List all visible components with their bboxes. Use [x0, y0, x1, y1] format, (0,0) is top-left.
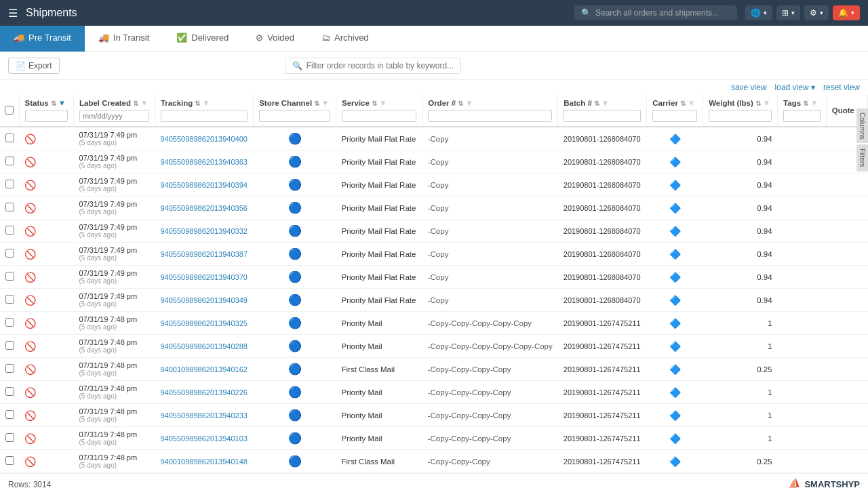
store-channel-cell: 🔵: [254, 381, 336, 404]
error-icon: 🚫: [24, 157, 36, 167]
row-checkbox[interactable]: [5, 249, 14, 258]
row-checkbox[interactable]: [5, 387, 14, 396]
filter-icon[interactable]: ▼: [379, 99, 387, 107]
filter-icon[interactable]: ▼: [465, 99, 473, 107]
tab-delivered[interactable]: ✅ Delivered: [163, 26, 242, 52]
save-view-link[interactable]: save view: [731, 83, 767, 92]
service-cell: Priority Mail Flat Rate: [336, 266, 422, 289]
row-checkbox[interactable]: [5, 295, 14, 304]
label-created-cell: 07/31/19 7:49 pm (5 days ago): [73, 174, 155, 197]
settings-button[interactable]: ⚙ ▾: [804, 5, 829, 20]
weight-filter-input[interactable]: [709, 110, 772, 122]
sort-icon: ⇅: [372, 100, 377, 107]
store-icon: 🔵: [288, 317, 302, 329]
store-channel-filter-input[interactable]: [259, 110, 330, 122]
tags-filter-input[interactable]: [783, 110, 821, 122]
row-checkbox[interactable]: [5, 226, 14, 235]
order-num-cell: -Copy: [422, 220, 558, 243]
reset-view-link[interactable]: reset view: [823, 83, 860, 92]
row-checkbox[interactable]: [5, 410, 14, 419]
error-icon: 🚫: [24, 410, 36, 421]
batch-num-cell: 20190801-1267475211: [558, 404, 647, 427]
filter-input[interactable]: [307, 61, 454, 70]
tab-archived[interactable]: 🗂 Archived: [308, 26, 382, 52]
batch-num-filter-input[interactable]: [564, 110, 641, 122]
side-labels: Columns Filters: [856, 108, 868, 171]
row-checkbox[interactable]: [5, 180, 14, 188]
tab-pre-transit[interactable]: 🚚 Pre Transit: [0, 26, 85, 52]
weight-cell: 0.94: [703, 127, 778, 150]
select-all-header: [0, 95, 19, 127]
tags-cell: [778, 312, 827, 335]
row-checkbox[interactable]: [5, 134, 14, 142]
filters-side-label[interactable]: Filters: [856, 144, 868, 171]
globe-button[interactable]: 🌐 ▾: [745, 5, 772, 20]
row-checkbox[interactable]: [5, 341, 14, 350]
filter-icon[interactable]: ▼: [202, 99, 210, 107]
tracking-filter-input[interactable]: [161, 110, 248, 122]
order-num-column-header: Order # ⇅ ▼: [422, 95, 558, 127]
carrier-cell: 🔷: [647, 127, 703, 150]
tab-voided[interactable]: ⊘ Voided: [242, 26, 308, 52]
select-all-checkbox[interactable]: [5, 106, 14, 115]
weight-cell: 1: [703, 335, 778, 358]
store-icon: 🔵: [288, 294, 302, 306]
status-cell: 🚫: [19, 427, 73, 450]
service-column-header: Service ⇅ ▼: [336, 95, 422, 127]
filter-icon[interactable]: ▼: [688, 99, 695, 107]
order-num-cell: -Copy-Copy-Copy: [422, 450, 558, 473]
shipments-table: Status ⇅ ▼ Label Created ⇅ ▼: [0, 95, 868, 473]
batch-num-cell: 20190801-1267475211: [558, 358, 647, 381]
row-checkbox[interactable]: [5, 364, 14, 373]
status-filter-input[interactable]: [25, 110, 68, 122]
row-checkbox-cell: [0, 150, 19, 174]
filter-icon[interactable]: ▼: [601, 99, 609, 107]
filter-icon[interactable]: ▼: [321, 99, 329, 107]
label-created-filter-input[interactable]: [79, 110, 149, 122]
row-checkbox[interactable]: [5, 456, 14, 465]
store-channel-cell: 🔵: [254, 404, 336, 427]
status-cell: 🚫: [19, 243, 73, 266]
store-channel-cell: 🔵: [254, 220, 336, 243]
label-created-cell: 07/31/19 7:48 pm (5 days ago): [73, 450, 155, 473]
export-button[interactable]: 📄 Export: [8, 58, 60, 74]
row-checkbox[interactable]: [5, 272, 14, 281]
search-input[interactable]: [595, 8, 730, 18]
filter-icon[interactable]: ▼: [763, 99, 770, 107]
error-icon: 🚫: [24, 203, 36, 214]
store-icon: 🔵: [288, 133, 302, 144]
filter-icon[interactable]: ▼: [140, 99, 148, 107]
label-created-cell: 07/31/19 7:49 pm (5 days ago): [73, 243, 155, 266]
filter-icon[interactable]: ▼: [810, 99, 818, 107]
tab-in-transit[interactable]: 🚚 In Transit: [85, 26, 163, 52]
columns-side-label[interactable]: Columns: [856, 108, 868, 143]
row-checkbox[interactable]: [5, 203, 14, 211]
row-checkbox-cell: [0, 381, 19, 404]
carrier-cell: 🔷: [647, 381, 703, 404]
table-row: 🚫 07/31/19 7:49 pm (5 days ago) 94055098…: [0, 220, 868, 243]
filter-search-icon: 🔍: [292, 61, 302, 70]
row-checkbox[interactable]: [5, 433, 14, 442]
table-row: 🚫 07/31/19 7:48 pm (5 days ago) 94055098…: [0, 381, 868, 404]
carrier-cell: 🔷: [647, 404, 703, 427]
table-row: 🚫 07/31/19 7:49 pm (5 days ago) 94055098…: [0, 289, 868, 312]
layout-button[interactable]: ⊞ ▾: [776, 5, 800, 20]
alert-button[interactable]: 🔔 ▾: [833, 5, 860, 20]
weight-cell: 0.94: [703, 243, 778, 266]
carrier-filter-input[interactable]: [652, 110, 697, 122]
load-view-link[interactable]: load view ▾: [775, 83, 815, 92]
service-filter-input[interactable]: [342, 110, 416, 122]
row-checkbox[interactable]: [5, 157, 14, 165]
hamburger-menu[interactable]: ☰: [8, 7, 18, 20]
order-num-filter-input[interactable]: [428, 110, 552, 122]
service-cell: Priority Mail Flat Rate: [336, 220, 422, 243]
filter-icon[interactable]: ▼: [58, 99, 66, 107]
service-cell: Priority Mail Flat Rate: [336, 127, 422, 150]
order-num-cell: -Copy: [422, 197, 558, 220]
carrier-icon: 🔷: [669, 433, 681, 444]
weight-column-header: Weight (lbs) ⇅ ▼: [703, 95, 778, 127]
row-checkbox[interactable]: [5, 318, 14, 327]
table-row: 🚫 07/31/19 7:48 pm (5 days ago) 94055098…: [0, 427, 868, 450]
sort-icon: ⇅: [51, 100, 56, 107]
order-num-cell: -Copy: [422, 127, 558, 150]
